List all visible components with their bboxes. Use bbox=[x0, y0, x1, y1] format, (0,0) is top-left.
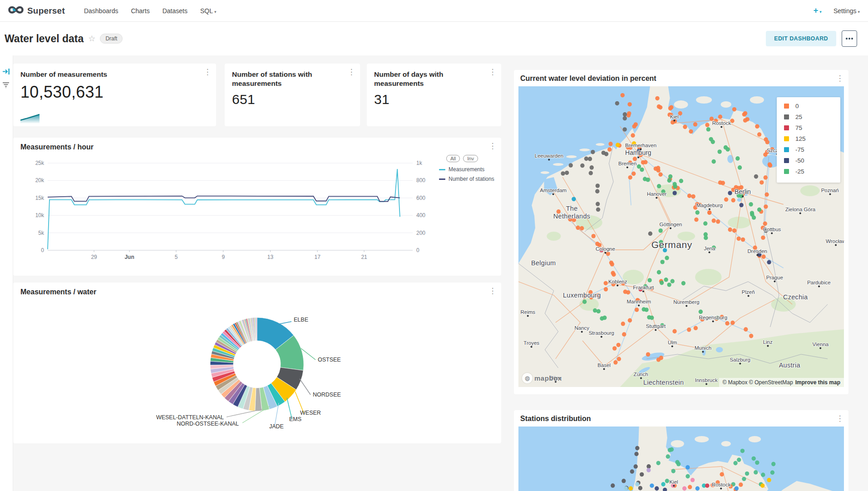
axis-tick-label: 10k bbox=[27, 212, 44, 218]
nav-datasets[interactable]: Datasets bbox=[163, 7, 187, 15]
axis-tick-label: 1k bbox=[416, 160, 422, 166]
status-badge: Draft bbox=[100, 34, 123, 44]
chart-title: Stations distribution bbox=[520, 415, 591, 423]
axis-tick-label: 0 bbox=[27, 247, 44, 253]
axis-tick-label: 5k bbox=[27, 230, 44, 236]
brand-name: Superset bbox=[27, 6, 65, 16]
dashboard-header: Water level data ☆ Draft EDIT DASHBOARD bbox=[0, 22, 868, 55]
dashboard-grid: ⋮ Number of measurements 10,530,631 ⋮ Nu… bbox=[0, 55, 868, 491]
hour-chart-card: Measurements / hour ⋮ 25k20k15k10k5k01k8… bbox=[13, 138, 501, 276]
kpi-title: Number of stations with measurements bbox=[232, 70, 353, 88]
axis-tick-label: 600 bbox=[416, 195, 425, 201]
kebab-menu-icon[interactable]: ⋮ bbox=[488, 68, 497, 76]
donut-label-nordsee: NORDSEE bbox=[313, 392, 341, 398]
mapbox-logo[interactable]: ◍ mapbox bbox=[522, 373, 562, 383]
donut-label-ostsee: OSTSEE bbox=[318, 357, 341, 363]
kebab-menu-icon[interactable]: ⋮ bbox=[347, 68, 355, 76]
legend-item-measurements[interactable]: Measurements bbox=[439, 166, 494, 173]
donut-label-ems: EMS bbox=[289, 416, 301, 422]
kpi-card-stations: ⋮ Number of stations with measurements 6… bbox=[225, 64, 360, 126]
axis-tick-label: 400 bbox=[416, 212, 425, 218]
edit-dashboard-button[interactable]: EDIT DASHBOARD bbox=[766, 31, 836, 46]
map-canvas[interactable]: KielRostock bbox=[518, 427, 844, 491]
map-legend-item[interactable]: -25 bbox=[784, 168, 835, 175]
axis-tick-label: 5 bbox=[168, 254, 184, 260]
chevron-down-icon: ▾ bbox=[858, 10, 860, 14]
axis-tick-label: Jun bbox=[121, 254, 138, 260]
water-chart-card: Measurements / water ⋮ ELBE OSTSEE NORDS… bbox=[13, 283, 501, 443]
axis-tick-label: 13 bbox=[262, 254, 278, 260]
map-canvas[interactable]: LeeuwardenAmsterdamBremerhavenKielRostoc… bbox=[518, 86, 844, 387]
donut-label-elbe: ELBE bbox=[294, 317, 308, 323]
donut-label-jade: JADE bbox=[269, 423, 284, 430]
filter-rail bbox=[0, 55, 13, 491]
chevron-down-icon: ▾ bbox=[819, 10, 822, 14]
axis-tick-label: 21 bbox=[356, 254, 372, 260]
axis-tick-label: 17 bbox=[309, 254, 326, 260]
nav-dashboards[interactable]: Dashboards bbox=[84, 7, 118, 15]
map-legend-item[interactable]: 25 bbox=[784, 114, 835, 120]
kpi-value: 651 bbox=[232, 92, 353, 107]
legend-inv-button[interactable]: Inv bbox=[463, 155, 478, 162]
map-attribution: © Mapbox © OpenStreetMap Improve this ma… bbox=[719, 378, 844, 387]
page-title: Water level data bbox=[5, 33, 84, 45]
map-legend-item[interactable]: 125 bbox=[784, 135, 835, 142]
kpi-sparkline bbox=[20, 104, 39, 124]
kebab-menu-icon[interactable]: ⋮ bbox=[836, 74, 844, 82]
kpi-title: Number of days with measurements bbox=[374, 70, 494, 88]
favorite-star-icon[interactable]: ☆ bbox=[88, 34, 95, 44]
more-options-button[interactable] bbox=[842, 30, 857, 47]
stations-map-card: Stations distribution ⋮ bbox=[514, 410, 848, 491]
axis-tick-label: 9 bbox=[215, 254, 232, 260]
axis-tick-label: 15k bbox=[27, 195, 44, 201]
kpi-value: 10,530,631 bbox=[20, 83, 209, 102]
map-legend: 02575125-75-50-25 bbox=[777, 97, 840, 183]
map-legend-item[interactable]: 75 bbox=[784, 124, 835, 131]
nav-charts[interactable]: Charts bbox=[131, 7, 149, 15]
legend-item-stations[interactable]: Number of stations bbox=[439, 176, 494, 182]
kpi-value: 31 bbox=[374, 92, 494, 107]
deviation-map-card: Current water level deviation in percent… bbox=[514, 70, 848, 394]
kebab-menu-icon[interactable]: ⋮ bbox=[203, 68, 212, 76]
kpi-title: Number of measurements bbox=[20, 70, 209, 79]
chart-legend: All Inv Measurements Number of stations bbox=[439, 155, 494, 185]
axis-tick-label: 200 bbox=[416, 230, 425, 236]
axis-tick-label: 800 bbox=[416, 177, 425, 184]
kpi-card-days: ⋮ Number of days with measurements 31 bbox=[367, 64, 501, 126]
map-legend-item[interactable]: -75 bbox=[784, 146, 835, 153]
expand-filters-icon[interactable] bbox=[2, 68, 10, 77]
new-item-button[interactable]: +▾ bbox=[814, 6, 822, 15]
nav-sql[interactable]: SQL▾ bbox=[200, 7, 217, 15]
improve-map-link[interactable]: Improve this map bbox=[795, 379, 840, 386]
donut-chart bbox=[13, 283, 501, 443]
kebab-menu-icon[interactable]: ⋮ bbox=[836, 415, 844, 422]
kpi-card-measurements: ⋮ Number of measurements 10,530,631 bbox=[13, 64, 216, 126]
superset-logo-icon bbox=[8, 5, 24, 17]
donut-label-nord-ostsee-kanal: NORD-OSTSEE-KANAL bbox=[177, 421, 239, 427]
filter-icon[interactable] bbox=[2, 82, 10, 90]
legend-all-button[interactable]: All bbox=[446, 155, 460, 162]
donut-label-weser: WESER bbox=[300, 410, 321, 416]
map-legend-item[interactable]: -50 bbox=[784, 157, 835, 164]
axis-tick-label: 25k bbox=[27, 160, 44, 166]
settings-menu[interactable]: Settings▾ bbox=[833, 7, 860, 15]
axis-tick-label: 20k bbox=[27, 177, 44, 184]
axis-tick-label: 0 bbox=[416, 247, 419, 253]
map-legend-item[interactable]: 0 bbox=[784, 103, 835, 109]
superset-brand[interactable]: Superset bbox=[8, 5, 65, 17]
top-navbar: Superset Dashboards Charts Datasets SQL▾… bbox=[0, 0, 868, 22]
axis-tick-label: 29 bbox=[86, 254, 102, 260]
chart-title: Current water level deviation in percent bbox=[520, 74, 656, 83]
donut-label-wesel-datteln-kanal: WESEL-DATTELN-KANAL bbox=[156, 414, 224, 421]
chevron-down-icon: ▾ bbox=[214, 10, 217, 14]
